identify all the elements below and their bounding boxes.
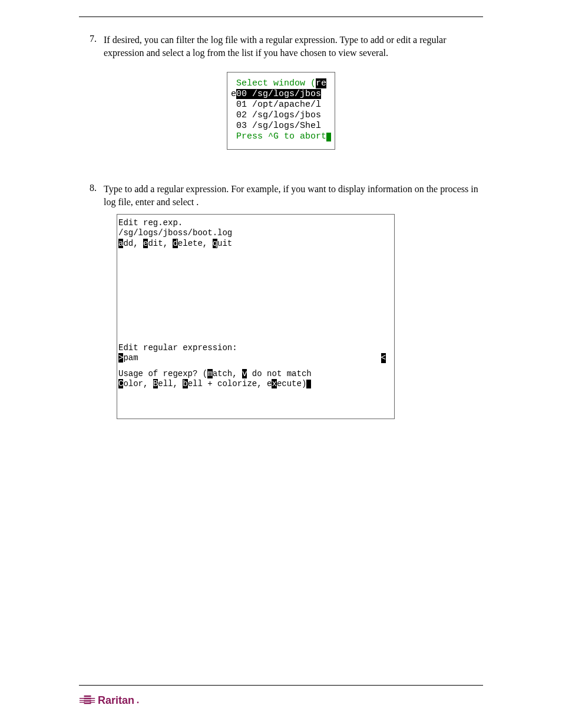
terminal-edit-regexp: Edit reg.exp. /sg/logs/jboss/boot.log ad… bbox=[117, 214, 395, 419]
term2-l4: Edit regular expression: bbox=[118, 343, 394, 353]
term1-row0-prefix: e bbox=[231, 89, 236, 99]
step-8-text-d: log file, enter bbox=[104, 197, 157, 207]
step-7-body: If desired, you can filter the log file … bbox=[104, 34, 483, 59]
term2-l3-d: dit, bbox=[148, 239, 173, 248]
logo-glyph-icon: ≡≣≡ bbox=[79, 694, 93, 707]
term2-l3-b: dd, bbox=[123, 239, 143, 248]
term2-l6-f: ell + colorize, e bbox=[188, 379, 272, 388]
steps-list: 7. If desired, you can filter the log fi… bbox=[79, 34, 483, 59]
term2-l6: Color, Bell, bell + colorize, execute) bbox=[118, 379, 394, 389]
term1-row3: 03 /sg/logs/Shel bbox=[231, 121, 321, 131]
term2-l6-c: B bbox=[153, 379, 158, 388]
term2-l3-h: uit bbox=[217, 239, 232, 248]
term2-spacer bbox=[118, 363, 394, 369]
step-8-text-b: to add a regular expression. For example… bbox=[125, 184, 440, 194]
step-8-text-f: . bbox=[196, 197, 199, 207]
term1-abort: Press ^G to abort bbox=[231, 131, 326, 141]
term2-l1: Edit reg.exp. bbox=[118, 218, 394, 228]
term2-bottom-pad bbox=[118, 389, 394, 415]
step-7: 7. If desired, you can filter the log fi… bbox=[79, 34, 483, 59]
term2-l5-b: m bbox=[207, 369, 212, 378]
steps-list-2: 8. Type to add a regular expression. For… bbox=[79, 183, 483, 208]
step-8-text-c: process in bbox=[440, 184, 478, 194]
term2-l6-h: ecute) bbox=[277, 379, 306, 388]
term1-title-pre: Select window ( bbox=[231, 78, 316, 88]
term1-row0-selected: 00 /sg/logs/jbos bbox=[236, 89, 321, 99]
step-8-body: Type to add a regular expression. For ex… bbox=[104, 183, 483, 208]
term2-l6-e: b bbox=[183, 379, 187, 388]
top-rule bbox=[79, 17, 483, 17]
term1-row1: 01 /opt/apache/l bbox=[231, 100, 321, 110]
term2-input-end: < bbox=[381, 353, 386, 363]
term2-l3: add, edit, delete, quit bbox=[118, 239, 394, 249]
step-8-number: 8. bbox=[79, 183, 104, 208]
term2-l6-d: ell, bbox=[158, 379, 183, 388]
logo-dot: . bbox=[137, 695, 139, 706]
term2-l6-g: x bbox=[272, 379, 276, 388]
term2-l2: /sg/logs/jboss/boot.log bbox=[118, 228, 394, 238]
terminal-select-window: Select window (re e00 /sg/logs/jbos 01 /… bbox=[227, 72, 335, 150]
term2-l3-f: elete, bbox=[178, 239, 213, 248]
term2-l3-g: q bbox=[213, 239, 217, 248]
term2-l6-b: olor, bbox=[123, 379, 153, 388]
term1-row2: 02 /sg/logs/jbos bbox=[231, 110, 321, 120]
logo-brand: Raritan bbox=[98, 694, 134, 707]
term2-l3-e: d bbox=[173, 239, 177, 248]
term1-title-inv: re bbox=[316, 78, 326, 88]
term1-cursor bbox=[326, 133, 331, 141]
step-7-text-a: If desired, you can filter the log file … bbox=[104, 35, 361, 45]
term2-l5: Usage of regexp? (match, v do not match bbox=[118, 369, 394, 379]
term2-l5-e: do not match bbox=[247, 369, 311, 378]
term2-input-value: pam bbox=[123, 353, 138, 363]
term2-l5-a: Usage of regexp? ( bbox=[118, 369, 207, 378]
term2-gap bbox=[118, 249, 394, 343]
step-8-text-a: Type bbox=[104, 184, 125, 194]
footer-logo: ≡≣≡ Raritan. bbox=[79, 694, 139, 707]
step-8: 8. Type to add a regular expression. For… bbox=[79, 183, 483, 208]
bottom-rule bbox=[79, 685, 483, 686]
term2-cursor bbox=[306, 380, 311, 388]
step-7-number: 7. bbox=[79, 34, 104, 59]
step-8-text-e: and select bbox=[157, 197, 197, 207]
term2-input-row: >pam < bbox=[118, 353, 394, 363]
term2-l5-c: atch, bbox=[213, 369, 242, 378]
